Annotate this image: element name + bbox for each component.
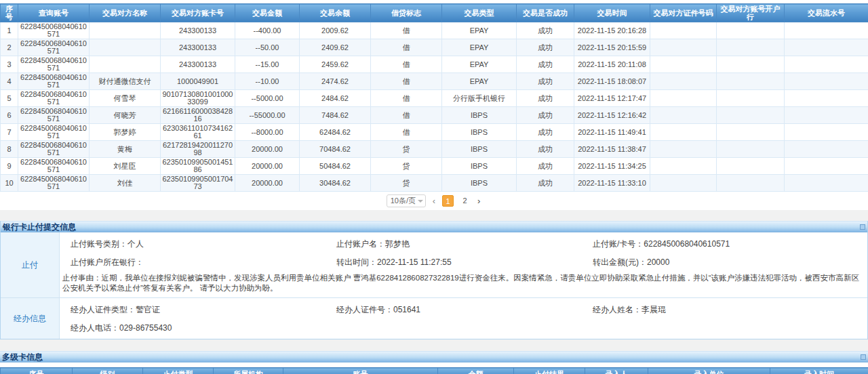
field-transfer-time: 转出时间：2022-11-15 11:27:55 xyxy=(326,253,582,272)
page-size-select[interactable]: 10条/页 xyxy=(387,194,426,207)
table-cell: --5000.00 xyxy=(235,90,300,107)
table-cell: 2022-11-15 18:08:07 xyxy=(574,73,650,90)
transactions-header-row: 序号查询账号交易对方名称交易对方账卡号交易金额交易余额借贷标志交易类型交易是否成… xyxy=(1,4,868,22)
column-header: 止付结果 xyxy=(514,368,585,374)
table-cell: 20000.00 xyxy=(235,175,300,192)
field-label: 止付账户名： xyxy=(336,239,385,249)
table-cell: 刘星臣 xyxy=(90,158,161,175)
column-header: 序号 xyxy=(1,368,73,374)
page-1-button[interactable]: 1 xyxy=(442,195,454,207)
table-cell: 9 xyxy=(1,158,18,175)
table-cell: 借 xyxy=(371,22,442,39)
table-cell: 50484.62 xyxy=(300,158,371,175)
table-cell: 何晓芳 xyxy=(90,107,161,124)
table-cell: 2459.62 xyxy=(300,56,371,73)
next-page-button[interactable]: › xyxy=(476,196,481,206)
table-cell xyxy=(785,73,868,90)
table-cell xyxy=(785,39,868,56)
table-cell: 成功 xyxy=(517,56,574,73)
table-cell: 1000049901 xyxy=(161,73,235,90)
table-cell: 借 xyxy=(371,56,442,73)
table-cell: 成功 xyxy=(517,39,574,56)
field-value: 李晨琨 xyxy=(642,305,666,314)
table-row: 96228450068040610571刘星臣62350109905001451… xyxy=(1,158,868,175)
panel-corner-icon[interactable] xyxy=(861,354,866,360)
table-cell: 7 xyxy=(1,124,18,141)
column-header: 交易对方证件号码 xyxy=(650,4,717,22)
stop-section-content: 止付账号类别：个人 止付账户名：郭梦艳 止付账/卡号：6228450068040… xyxy=(60,232,867,297)
field-transfer-amount: 转出金额(元)：20000 xyxy=(582,253,867,272)
column-header: 交易对方账号开户行 xyxy=(717,4,785,22)
table-cell: 2022-11-15 12:16:42 xyxy=(574,107,650,124)
table-cell xyxy=(90,22,161,39)
table-cell: 成功 xyxy=(517,73,574,90)
table-row: 86228450068040610571黄梅621728194200112709… xyxy=(1,141,868,158)
table-cell xyxy=(650,158,717,175)
column-header: 余额 xyxy=(438,368,514,374)
table-cell xyxy=(785,141,868,158)
field-handler-phone: 经办人电话：029-86755430 xyxy=(60,319,326,337)
table-cell: 借 xyxy=(371,39,442,56)
field-label: 转出金额(元)： xyxy=(593,257,647,267)
column-header: 级别 xyxy=(73,368,143,374)
table-cell xyxy=(785,90,868,107)
handler-section: 经办信息 经办人证件类型：警官证 经办人证件号：051641 经办人姓名：李晨琨… xyxy=(1,298,867,339)
table-cell: 9010713080100100033099 xyxy=(161,90,235,107)
table-cell: IBPS xyxy=(442,107,517,124)
table-row: 66228450068040610571何晓芳62166116000038428… xyxy=(1,107,868,124)
multi-card-panel-header: 多级卡信息 xyxy=(0,351,868,362)
table-cell: 2022-11-15 20:16:28 xyxy=(574,22,650,39)
prev-page-button[interactable]: ‹ xyxy=(431,196,437,206)
table-cell xyxy=(717,22,785,39)
column-header: 交易余额 xyxy=(300,4,371,22)
multi-card-table: 序号级别止付类型所属机构账号余额止付结果录入人录入单位录入时间 1一级第三方止付… xyxy=(0,367,868,374)
field-value: 个人 xyxy=(127,239,144,249)
column-header: 交易流水号 xyxy=(785,4,868,22)
table-cell xyxy=(785,107,868,124)
column-header: 交易是否成功 xyxy=(517,4,574,22)
table-cell: IBPS xyxy=(442,158,517,175)
table-cell: EPAY xyxy=(442,56,517,73)
table-cell: 成功 xyxy=(517,124,574,141)
table-cell: 2009.62 xyxy=(300,22,371,39)
multi-card-header-row: 序号级别止付类型所属机构账号余额止付结果录入人录入单位录入时间 xyxy=(1,368,868,374)
table-cell: 6228450068040610571 xyxy=(18,22,90,39)
handler-section-label: 经办信息 xyxy=(1,298,60,339)
table-cell: 30484.62 xyxy=(300,175,371,192)
table-row: 16228450068040610571243300133--400.00200… xyxy=(1,22,868,39)
field-label: 止付账/卡号： xyxy=(593,239,644,249)
table-cell xyxy=(785,158,868,175)
table-cell: 分行版手机银行 xyxy=(442,90,517,107)
table-cell: 成功 xyxy=(517,141,574,158)
table-cell: 黄梅 xyxy=(90,141,161,158)
table-cell: 财付通微信支付 xyxy=(90,73,161,90)
table-cell: IBPS xyxy=(442,124,517,141)
table-cell: 2484.62 xyxy=(300,90,371,107)
table-cell: 6228450068040610571 xyxy=(18,141,90,158)
table-cell: 贷 xyxy=(371,175,442,192)
panel-corner-icon[interactable] xyxy=(860,224,865,230)
page-2-button[interactable]: 2 xyxy=(459,195,471,207)
column-header: 止付类型 xyxy=(143,368,214,374)
table-cell: 成功 xyxy=(517,175,574,192)
table-cell: 6228450068040610571 xyxy=(18,158,90,175)
table-cell: EPAY xyxy=(442,39,517,56)
column-header: 交易对方账卡号 xyxy=(161,4,235,22)
table-cell: 2 xyxy=(1,39,18,56)
field-label: 止付账户所在银行： xyxy=(71,257,144,267)
table-cell: 2022-11-15 20:15:59 xyxy=(574,39,650,56)
table-cell: 刘佳 xyxy=(90,175,161,192)
field-label: 转出时间： xyxy=(336,257,377,267)
column-header: 序号 xyxy=(1,4,18,22)
field-stop-card-number: 止付账/卡号：6228450068040610571 xyxy=(582,235,867,253)
chevron-down-icon xyxy=(418,200,423,203)
field-handler-cert-number: 经办人证件号：051641 xyxy=(326,301,582,319)
field-handler-name: 经办人姓名：李晨琨 xyxy=(582,301,867,319)
table-cell xyxy=(717,175,785,192)
table-cell: 6228450068040610571 xyxy=(18,124,90,141)
table-cell: --10.00 xyxy=(235,73,300,90)
column-header: 借贷标志 xyxy=(371,4,442,22)
table-cell: 2022-11-15 20:11:08 xyxy=(574,56,650,73)
table-row: 106228450068040610571刘佳62350109905001704… xyxy=(1,175,868,192)
table-row: 56228450068040610571何雪琴90107130801001000… xyxy=(1,90,868,107)
